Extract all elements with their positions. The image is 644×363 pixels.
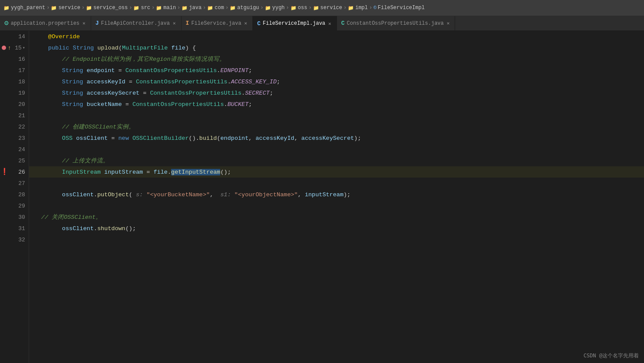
class-icon: © bbox=[373, 5, 376, 10]
line-numbers-gutter: 14 ↑ 15 ▾ 16 17 18 bbox=[0, 31, 29, 363]
line-number-21: 21 bbox=[0, 110, 29, 121]
debug-arrow-icon: ↑ bbox=[8, 45, 11, 51]
tab-close-button[interactable]: ✕ bbox=[82, 20, 86, 26]
folder-icon: 📁 bbox=[207, 5, 213, 11]
code-line-23: OSS ossClient = new OSSClientBuilder ().… bbox=[29, 132, 644, 144]
line-number-15: ↑ 15 ▾ bbox=[0, 42, 29, 53]
line-number-27: 27 bbox=[0, 178, 29, 189]
code-line-16: // Endpoint以杭州为例，其它Region请按实际情况填写。 bbox=[29, 53, 644, 65]
folder-icon: 📁 bbox=[265, 5, 271, 11]
tab-close-button[interactable]: ✕ bbox=[446, 20, 451, 26]
tab-bar: ⚙ application.properties ✕ J FileApiCont… bbox=[0, 16, 644, 31]
code-editor[interactable]: 14 ↑ 15 ▾ 16 17 18 bbox=[0, 31, 644, 363]
folder-icon: 📁 bbox=[51, 5, 57, 11]
tab-fileapicontroller[interactable]: J FileApiController.java ✕ bbox=[91, 16, 182, 30]
breadcrumb-item-impl[interactable]: 📁 impl bbox=[348, 5, 368, 11]
code-line-18: String accessKeyId = ConstantOssProperti… bbox=[29, 76, 644, 87]
code-line-19: String accessKeySecret = ConstantOssProp… bbox=[29, 87, 644, 99]
line-number-28: 28 bbox=[0, 189, 29, 200]
properties-file-icon: ⚙ bbox=[4, 20, 9, 27]
java-interface-icon: I bbox=[186, 20, 189, 26]
line-number-30: 30 bbox=[0, 211, 29, 223]
breadcrumb: 📁 yygh_parent › 📁 service › 📁 service_os… bbox=[0, 0, 644, 16]
code-line-15: public String upload ( MultipartFile fil… bbox=[29, 42, 644, 53]
line-number-24: 24 bbox=[0, 144, 29, 155]
tab-close-button[interactable]: ✕ bbox=[172, 20, 177, 26]
code-line-30: // 关闭OSSClient。 bbox=[29, 211, 644, 223]
java-class-icon: C bbox=[257, 20, 261, 27]
breadcrumb-item-main[interactable]: 📁 main bbox=[156, 5, 176, 11]
java-util-icon: C bbox=[341, 20, 345, 26]
tab-fileservice[interactable]: I FileService.java ✕ bbox=[182, 16, 253, 30]
line-number-26: ❗ 26 bbox=[0, 166, 29, 178]
code-line-20: String bucketName = ConstantOssPropertie… bbox=[29, 99, 644, 110]
code-line-17: String endpoint = ConstantOssPropertiesU… bbox=[29, 65, 644, 76]
code-line-28: ossClient . putObject ( s: "<yourBucketN… bbox=[29, 189, 644, 200]
breakpoint-dot bbox=[2, 46, 6, 50]
line-number-25: 25 bbox=[0, 155, 29, 166]
folder-icon: 📁 bbox=[291, 5, 297, 11]
tab-fileserviceimpl[interactable]: C FileServiceImpl.java ✕ bbox=[253, 16, 337, 30]
watermark: CSDN @这个名字先用着 bbox=[584, 352, 639, 360]
folder-icon: 📁 bbox=[3, 5, 10, 11]
error-breakpoint-icon: ❗ bbox=[0, 169, 9, 175]
code-line-27 bbox=[29, 178, 644, 189]
line-number-22: 22 bbox=[0, 121, 29, 132]
line-number-16: 16 bbox=[0, 53, 29, 65]
code-line-14: @Override bbox=[29, 31, 644, 42]
java-file-icon: J bbox=[96, 20, 99, 26]
code-line-24 bbox=[29, 144, 644, 155]
breadcrumb-item-java[interactable]: 📁 java bbox=[182, 5, 201, 11]
breadcrumb-item-service2[interactable]: 📁 service bbox=[313, 5, 342, 11]
breadcrumb-item-atguigu[interactable]: 📁 atguigu bbox=[230, 5, 259, 11]
folder-icon: 📁 bbox=[86, 5, 92, 11]
code-line-31: ossClient . shutdown (); bbox=[29, 223, 644, 234]
tab-application-properties[interactable]: ⚙ application.properties ✕ bbox=[0, 16, 91, 30]
folder-icon: 📁 bbox=[133, 5, 139, 11]
breadcrumb-item-oss[interactable]: 📁 oss bbox=[291, 5, 307, 11]
breakpoint-15[interactable] bbox=[0, 46, 8, 50]
line-number-32: 32 bbox=[0, 234, 29, 245]
selected-text: getInputStream bbox=[171, 169, 220, 175]
breadcrumb-item-service[interactable]: 📁 service bbox=[51, 5, 80, 11]
code-line-32 bbox=[29, 234, 644, 245]
folder-icon: 📁 bbox=[348, 5, 354, 11]
breadcrumb-item-src[interactable]: 📁 src bbox=[133, 5, 150, 11]
breadcrumb-item-service-oss[interactable]: 📁 service_oss bbox=[86, 5, 128, 11]
tab-constantosspropertiesutils[interactable]: C ConstantOssPropertiesUtils.java ✕ bbox=[337, 16, 456, 30]
tab-close-button[interactable]: ✕ bbox=[244, 20, 248, 26]
folder-icon: 📁 bbox=[182, 5, 188, 11]
folder-icon: 📁 bbox=[156, 5, 162, 11]
line-number-23: 23 bbox=[0, 132, 29, 144]
tab-close-button[interactable]: ✕ bbox=[327, 20, 332, 27]
line-number-18: 18 bbox=[0, 76, 29, 87]
breadcrumb-item-com[interactable]: 📁 com bbox=[207, 5, 224, 11]
code-line-26: InputStream inputStream = file . getInpu… bbox=[29, 166, 644, 178]
line-number-20: 20 bbox=[0, 99, 29, 110]
code-line-25: // 上传文件流。 bbox=[29, 155, 644, 166]
folder-icon: 📁 bbox=[313, 5, 319, 11]
line-number-29: 29 bbox=[0, 200, 29, 211]
breakpoint-26[interactable]: ❗ bbox=[1, 169, 9, 175]
code-line-22: // 创建OSSClient实例。 bbox=[29, 121, 644, 132]
line-number-17: 17 bbox=[0, 65, 29, 76]
code-content[interactable]: @Override public String upload ( Multipa… bbox=[29, 31, 644, 363]
breadcrumb-item-fileserviceimpl[interactable]: © FileServiceImpl bbox=[373, 5, 425, 11]
breadcrumb-item-yygh-parent[interactable]: 📁 yygh_parent bbox=[3, 5, 45, 11]
fold-icon[interactable]: ▾ bbox=[23, 45, 25, 50]
line-number-31: 31 bbox=[0, 223, 29, 234]
line-number-19: 19 bbox=[0, 87, 29, 99]
breadcrumb-item-yygh[interactable]: 📁 yygh bbox=[265, 5, 285, 11]
code-line-21 bbox=[29, 110, 644, 121]
code-line-29 bbox=[29, 200, 644, 211]
line-number-14: 14 bbox=[0, 31, 29, 42]
folder-icon: 📁 bbox=[230, 5, 236, 11]
